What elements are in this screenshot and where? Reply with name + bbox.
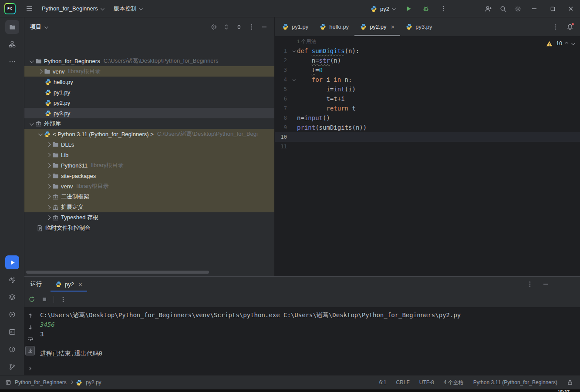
line-number[interactable]: 3 (275, 65, 290, 75)
warning-count[interactable]: 10 (556, 40, 562, 47)
tool-strip-structure-button[interactable] (5, 37, 19, 51)
breadcrumb-project[interactable]: Python_for_Beginners (15, 379, 67, 385)
tool-strip-services-button[interactable] (5, 308, 19, 322)
tree-item-python_for_beginners[interactable]: Python_for_BeginnersC:\Users\诸葛\Desktop\… (24, 56, 274, 66)
tree-item-dlls[interactable]: DLLs (24, 139, 274, 150)
tree-expand-icon[interactable] (45, 164, 52, 167)
tree-expand-icon[interactable] (37, 133, 44, 136)
tree-expand-icon[interactable] (28, 60, 35, 63)
indent-style[interactable]: 4 个空格 (444, 379, 464, 386)
tree-item-venv[interactable]: venvlibrary根目录 (24, 181, 274, 191)
close-button[interactable] (562, 0, 580, 17)
lock-icon[interactable] (567, 379, 573, 385)
up-stack-button[interactable] (25, 311, 35, 320)
debug-button[interactable] (418, 1, 433, 16)
editor-tab-py1.py[interactable]: py1.py (277, 17, 314, 36)
tool-strip-more-tools-button[interactable] (5, 55, 19, 69)
run-config-selector[interactable]: py2 (367, 2, 398, 15)
tree-expand-icon[interactable] (45, 195, 52, 198)
main-menu-button[interactable] (22, 1, 37, 16)
rerun-button[interactable] (26, 294, 37, 305)
chevron-right-icon[interactable] (27, 365, 33, 372)
line-number[interactable]: 7 (275, 104, 290, 113)
tool-strip-version-control-button[interactable] (5, 360, 19, 374)
search-everywhere-button[interactable] (496, 1, 510, 16)
breadcrumb-file[interactable]: py2.py (86, 379, 101, 385)
stop-button[interactable] (39, 294, 50, 305)
code-line-4[interactable]: 4 for i in n: (275, 75, 580, 84)
code-line-8[interactable]: 8n=input() (275, 113, 580, 123)
code-line-5[interactable]: 5 i=int(i) (275, 84, 580, 94)
options-button[interactable] (57, 294, 69, 305)
line-number[interactable]: 8 (275, 113, 290, 123)
scroll-to-end-button[interactable] (25, 346, 35, 355)
fold-icon[interactable] (290, 75, 297, 84)
tree-item-item[interactable]: 临时文件和控制台 (24, 223, 274, 233)
usage-inlay-hint[interactable]: 1 个用法 (297, 37, 316, 46)
tool-strip-terminal-button[interactable] (5, 325, 19, 339)
line-number[interactable]: 1 (275, 46, 290, 56)
tree-item-typeshed[interactable]: Typeshed 存根 (24, 212, 274, 223)
line-number[interactable]: 2 (275, 56, 290, 65)
project-menu[interactable]: Python_for_Beginners (37, 2, 108, 15)
tree-item-item[interactable]: 扩展定义 (24, 202, 274, 212)
editor[interactable]: 1 个用法1def sumDigits(n):2 n=str(n)3 t=04 … (275, 37, 580, 276)
options-button[interactable] (246, 21, 257, 33)
down-stack-button[interactable] (25, 322, 35, 332)
code-line-9[interactable]: 9print(sumDigits(n)) (275, 123, 580, 132)
tree-expand-icon[interactable] (45, 206, 52, 209)
expand-selection-button[interactable] (221, 21, 232, 33)
python-interpreter[interactable]: Python 3.11 (Python_for_Beginners) (473, 379, 557, 385)
tree-item-python311[interactable]: Python311library根目录 (24, 160, 274, 171)
run-panel-options-button[interactable] (524, 278, 536, 290)
file-encoding[interactable]: UTF-8 (419, 379, 434, 385)
code-line-11[interactable]: 11 (275, 142, 580, 151)
tool-strip-python-console-button[interactable] (5, 290, 19, 304)
line-number[interactable]: 6 (275, 94, 290, 104)
run-panel-title[interactable]: 运行 (30, 280, 42, 288)
tree-item-site-packages[interactable]: site-packages (24, 171, 274, 181)
line-number[interactable]: 4 (275, 75, 290, 84)
tool-strip-python-packages-button[interactable] (5, 273, 19, 287)
project-widget-icon[interactable] (5, 379, 11, 385)
locate-file-button[interactable] (208, 21, 219, 33)
code-line-7[interactable]: 7 return t (275, 104, 580, 113)
prev-problem-icon[interactable] (565, 42, 568, 46)
maximize-button[interactable] (543, 0, 562, 17)
tree-item-hello.py[interactable]: hello.py (24, 77, 274, 87)
line-number[interactable]: 5 (275, 84, 290, 94)
tree-expand-icon[interactable] (45, 154, 52, 157)
code-line-10[interactable]: 10 (275, 132, 580, 142)
tree-expand-icon[interactable] (37, 70, 44, 73)
tree-item-py3.py[interactable]: py3.py (24, 108, 274, 118)
hide-run-panel-button[interactable] (540, 278, 551, 290)
tree-item-item[interactable]: 二进制框架 (24, 191, 274, 202)
line-number[interactable]: 10 (275, 132, 290, 142)
run-tab-py2[interactable]: py2 × (51, 277, 87, 291)
editor-tab-py2.py[interactable]: py2.py× (354, 17, 400, 36)
code-with-me-button[interactable] (481, 1, 496, 16)
tree-expand-icon[interactable] (45, 143, 52, 146)
tree-item-python-3.11-python_for_beginners[interactable]: < Python 3.11 (Python_for_Beginners) >C:… (24, 129, 274, 139)
more-run-actions-button[interactable] (436, 1, 451, 16)
vcs-menu[interactable]: 版本控制 (108, 2, 147, 15)
line-separator[interactable]: CRLF (396, 379, 409, 385)
tree-expand-icon[interactable] (45, 185, 52, 188)
editor-tab-hello.py[interactable]: hello.py (314, 17, 354, 36)
tree-expand-icon[interactable] (45, 174, 52, 178)
editor-options-button[interactable] (550, 21, 561, 33)
console-output[interactable]: C:\Users\诸葛\Desktop\Python_for_Beginners… (36, 307, 580, 375)
minimize-button[interactable] (525, 0, 543, 17)
horizontal-scrollbar[interactable] (26, 271, 209, 274)
tool-strip-run-button[interactable] (5, 255, 19, 269)
line-number[interactable]: 11 (275, 142, 290, 151)
soft-wrap-button[interactable] (25, 334, 35, 344)
editor-tab-py3.py[interactable]: py3.py (400, 17, 438, 36)
hide-panel-button[interactable] (259, 21, 270, 33)
tree-item-item[interactable]: 外部库 (24, 118, 274, 129)
tree-expand-icon[interactable] (28, 122, 35, 125)
tool-strip-project-button[interactable] (5, 20, 19, 34)
settings-button[interactable] (510, 1, 525, 16)
collapse-all-button[interactable] (233, 21, 245, 33)
run-button[interactable] (401, 1, 416, 16)
